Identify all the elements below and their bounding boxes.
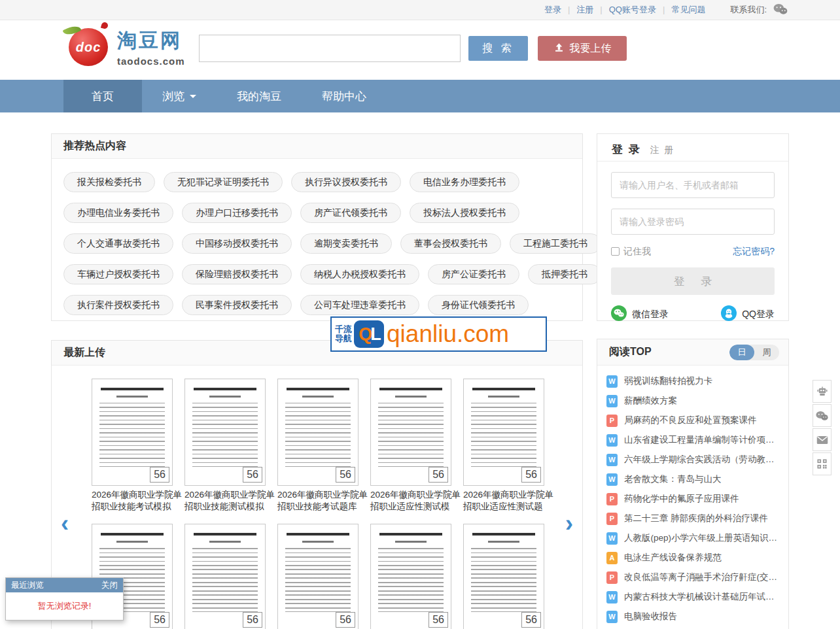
doc-thumbnail[interactable]: 56 bbox=[184, 379, 266, 486]
top-read-item[interactable]: W山东省建设工程量清单编制等计价项目... bbox=[606, 430, 780, 450]
cards-row-2: 5656565656 bbox=[92, 524, 556, 629]
site-logo[interactable]: doc 淘豆网 taodocs.com bbox=[69, 27, 185, 67]
hot-tag[interactable]: 民事案件授权委托书 bbox=[182, 295, 292, 315]
doc-thumbnail[interactable]: 56 bbox=[370, 379, 451, 486]
nav-item-2[interactable]: 浏览 bbox=[142, 80, 217, 112]
top-read-tab-日[interactable]: 日 bbox=[729, 345, 754, 360]
qrcode-icon[interactable] bbox=[813, 452, 831, 475]
doc-card[interactable]: 562026年徽商职业学院单招职业技能测试模拟 bbox=[184, 379, 277, 512]
carousel-next-arrow[interactable]: › bbox=[565, 512, 573, 536]
top-read-item[interactable]: W内蒙古科技大学机械设计基础历年试题... bbox=[606, 587, 780, 607]
hot-tag[interactable]: 执行案件授权委托书 bbox=[63, 295, 173, 315]
top-read-item-label: 弱视训练翻转拍视力卡 bbox=[624, 375, 712, 387]
hot-tag[interactable]: 电信业务办理委托书 bbox=[410, 172, 519, 192]
search-input[interactable] bbox=[199, 35, 461, 62]
search-button[interactable]: 搜 索 bbox=[468, 36, 528, 61]
remember-checkbox[interactable] bbox=[611, 247, 620, 256]
hot-tag[interactable]: 抵押委托书 bbox=[528, 264, 601, 284]
doc-card[interactable]: 56 bbox=[184, 524, 277, 629]
hot-tag[interactable]: 逾期变卖委托书 bbox=[300, 233, 392, 254]
login-submit-button[interactable]: 登 录 bbox=[611, 267, 775, 295]
thumb-subtitle-line bbox=[302, 541, 334, 543]
doc-card[interactable]: 562026年徽商职业学院单招职业适应性测试模 bbox=[370, 379, 463, 512]
hot-tag[interactable]: 保险理赔授权委托书 bbox=[182, 264, 292, 284]
topbar-link-2[interactable]: 注册 bbox=[576, 5, 593, 14]
top-read-item[interactable]: W bbox=[606, 626, 780, 629]
hot-tag[interactable]: 报关报检委托书 bbox=[63, 172, 155, 192]
doc-card[interactable]: 562026年徽商职业学院单招职业技能考试模拟 bbox=[92, 379, 184, 512]
carousel-prev-arrow[interactable]: ‹ bbox=[61, 512, 69, 536]
robot-assistant-icon[interactable] bbox=[813, 380, 831, 403]
top-read-item[interactable]: W六年级上学期综合实践活动（劳动教育... bbox=[606, 450, 780, 469]
qq-login[interactable]: QQ登录 bbox=[721, 305, 775, 323]
hot-tag[interactable]: 执行异议授权委托书 bbox=[291, 172, 401, 192]
mail-icon[interactable] bbox=[813, 428, 831, 451]
top-read-item[interactable]: P第二十三章 肺部疾病的外科治疗课件 bbox=[606, 509, 780, 528]
thumb-title-line bbox=[101, 533, 164, 536]
hot-tag[interactable]: 身份证代领委托书 bbox=[428, 295, 529, 315]
top-read-tab-周[interactable]: 周 bbox=[754, 345, 779, 360]
hot-tag[interactable]: 办理电信业务委托书 bbox=[63, 203, 173, 223]
doc-thumbnail[interactable]: 56 bbox=[277, 379, 359, 486]
top-read-item[interactable]: P药物化学中的氟原子应用课件 bbox=[606, 489, 780, 509]
doc-card[interactable]: 56 bbox=[277, 524, 370, 629]
hot-tag[interactable]: 车辆过户授权委托书 bbox=[63, 264, 173, 284]
top-read-item[interactable]: W薪酬绩效方案 bbox=[606, 391, 780, 411]
doc-card-title[interactable]: 2026年徽商职业学院单招职业技能测试模拟 bbox=[184, 489, 283, 512]
hot-tag[interactable]: 中国移动授权委托书 bbox=[182, 233, 292, 254]
hot-tag[interactable]: 投标法人授权委托书 bbox=[410, 203, 519, 223]
top-read-item[interactable]: W老舍散文集：青岛与山大 bbox=[606, 469, 780, 489]
topbar-link-3[interactable]: QQ账号登录 bbox=[609, 5, 656, 14]
hot-tag[interactable]: 公司车处理违章委托书 bbox=[300, 295, 419, 315]
upload-button[interactable]: 我要上传 bbox=[538, 36, 627, 61]
doc-card-title[interactable]: 2026年徽商职业学院单招职业适应性测试模 bbox=[370, 489, 468, 512]
topbar-link-4[interactable]: 常见问题 bbox=[671, 5, 705, 14]
forgot-password-link[interactable]: 忘记密码? bbox=[733, 246, 775, 258]
hot-tag[interactable]: 纳税人办税授权委托书 bbox=[300, 264, 419, 284]
nav-item-4[interactable]: 帮助中心 bbox=[302, 80, 387, 112]
top-read-item[interactable]: P局麻药的不良反应和处置预案课件 bbox=[606, 411, 780, 430]
hot-topics-header: 推荐热点内容 bbox=[52, 134, 582, 159]
filetype-w-icon: W bbox=[606, 591, 618, 604]
doc-thumbnail[interactable]: 56 bbox=[92, 379, 173, 486]
remember-me[interactable]: 记住我 bbox=[611, 246, 651, 258]
doc-card[interactable]: 56 bbox=[463, 524, 556, 629]
hot-tag[interactable]: 无犯罪记录证明委托书 bbox=[164, 172, 283, 192]
doc-card-title[interactable]: 2026年徽商职业学院单招职业技能考试模拟 bbox=[92, 489, 190, 512]
hot-tag[interactable]: 工程施工委托书 bbox=[510, 233, 601, 254]
nav-item-1[interactable]: 首页 bbox=[63, 80, 142, 112]
wechat-contact-icon[interactable] bbox=[773, 3, 788, 17]
wechat-share-icon[interactable] bbox=[813, 404, 831, 427]
apostrophe-dot bbox=[101, 22, 109, 29]
topbar-link-1[interactable]: 登录 bbox=[544, 5, 561, 14]
doc-thumbnail[interactable]: 56 bbox=[463, 379, 544, 486]
doc-card-title[interactable]: 2026年徽商职业学院单招职业适应性测试题 bbox=[463, 489, 561, 512]
doc-card[interactable]: 56 bbox=[370, 524, 463, 629]
password-field[interactable] bbox=[611, 209, 775, 235]
hot-tag[interactable]: 个人交通事故委托书 bbox=[63, 233, 173, 254]
doc-card[interactable]: 562026年徽商职业学院单招职业适应性测试题 bbox=[463, 379, 556, 512]
hot-tag[interactable]: 房产公证委托书 bbox=[428, 264, 519, 284]
doc-thumbnail[interactable]: 56 bbox=[370, 524, 451, 629]
top-read-item[interactable]: P改良低温等离子消融手术治疗鼾症(交流)... bbox=[606, 568, 780, 587]
top-read-item-label: 电脑验收报告 bbox=[624, 611, 677, 622]
nav-item-3[interactable]: 我的淘豆 bbox=[217, 80, 302, 112]
wechat-login[interactable]: 微信登录 bbox=[611, 305, 669, 323]
popup-close-button[interactable]: 关闭 bbox=[101, 580, 118, 591]
hot-tag[interactable]: 董事会授权委托书 bbox=[400, 233, 501, 254]
doc-card-title[interactable]: 2026年徽商职业学院单招职业技能考试题库 bbox=[277, 489, 376, 512]
doc-thumbnail[interactable]: 56 bbox=[184, 524, 266, 629]
top-read-item[interactable]: W电脑验收报告 bbox=[606, 607, 780, 626]
top-read-item[interactable]: W弱视训练翻转拍视力卡 bbox=[606, 371, 780, 391]
hot-tag[interactable]: 办理户口迁移委托书 bbox=[182, 203, 292, 223]
doc-card[interactable]: 562026年徽商职业学院单招职业技能考试题库 bbox=[277, 379, 370, 512]
recent-viewed-popup: 最近浏览 关闭 暂无浏览记录! bbox=[5, 577, 124, 620]
top-read-item[interactable]: A电泳生产线设备保养规范 bbox=[606, 548, 780, 568]
doc-thumbnail[interactable]: 56 bbox=[277, 524, 359, 629]
doc-thumbnail[interactable]: 56 bbox=[463, 524, 544, 629]
hot-tag[interactable]: 房产证代领委托书 bbox=[300, 203, 401, 223]
top-read-item[interactable]: W人教版(pep)小学六年级上册英语知识竞... bbox=[606, 528, 780, 548]
username-field[interactable] bbox=[611, 172, 775, 198]
top-read-title: 阅读TOP bbox=[609, 345, 652, 359]
register-link[interactable]: 注 册 bbox=[650, 144, 675, 156]
